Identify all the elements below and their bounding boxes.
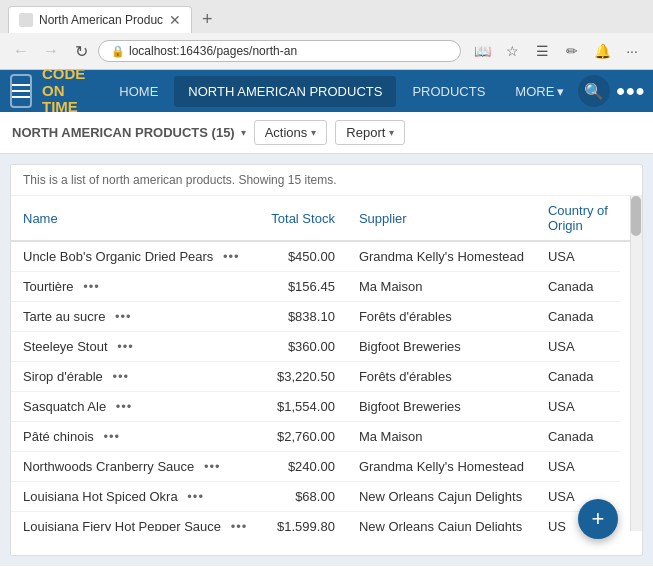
row-name-text: Tourtière: [23, 279, 74, 294]
back-button[interactable]: ←: [8, 38, 34, 64]
page-title-caret-icon: ▾: [241, 127, 246, 138]
row-name-text: Sirop d'érable: [23, 369, 103, 384]
table-header-row: Name Total Stock Supplier Country ofOrig…: [11, 196, 642, 241]
address-text: localhost:16436/pages/north-an: [129, 44, 297, 58]
col-header-country[interactable]: Country ofOrigin: [536, 196, 620, 241]
tab-title: North American Produc: [39, 13, 163, 27]
fab-add-button[interactable]: +: [578, 499, 618, 539]
report-button[interactable]: Report ▾: [335, 120, 405, 145]
summary-text: This is a list of north american product…: [11, 165, 642, 196]
cell-name: Sirop d'érable •••: [11, 362, 259, 392]
cell-name: Uncle Bob's Organic Dried Pears •••: [11, 241, 259, 272]
address-bar[interactable]: 🔒 localhost:16436/pages/north-an: [98, 40, 461, 62]
col-header-supplier[interactable]: Supplier: [347, 196, 536, 241]
row-name-text: Uncle Bob's Organic Dried Pears: [23, 249, 213, 264]
row-actions-button[interactable]: •••: [115, 309, 132, 324]
refresh-button[interactable]: ↻: [68, 38, 94, 64]
nav-item-home[interactable]: HOME: [105, 76, 172, 107]
col-header-total-stock[interactable]: Total Stock: [259, 196, 347, 241]
scrollbar-track[interactable]: [630, 196, 642, 531]
toolbar: NORTH AMERICAN PRODUCTS (15) ▾ Actions ▾…: [0, 112, 653, 154]
app-logo: CODE ON TIME: [42, 66, 85, 116]
bookmark-button[interactable]: ☆: [499, 38, 525, 64]
cell-total-stock: $2,760.00: [259, 422, 347, 452]
cell-supplier: Grandma Kelly's Homestead: [347, 452, 536, 482]
tab-close-button[interactable]: ✕: [169, 12, 181, 28]
cell-supplier: Forêts d'érables: [347, 362, 536, 392]
header-icons: 🔍 ●●●: [578, 75, 646, 107]
cell-total-stock: $1,599.80: [259, 512, 347, 532]
row-actions-button[interactable]: •••: [117, 339, 134, 354]
new-tab-button[interactable]: +: [196, 9, 219, 30]
header-search-button[interactable]: 🔍: [578, 75, 610, 107]
browser-tab[interactable]: North American Produc ✕: [8, 6, 192, 33]
row-name-text: Northwoods Cranberry Sauce: [23, 459, 194, 474]
reader-view-button[interactable]: 📖: [469, 38, 495, 64]
row-actions-button[interactable]: •••: [223, 249, 240, 264]
table-row: Tarte au sucre ••• $838.10 Forêts d'érab…: [11, 302, 642, 332]
cell-supplier: New Orleans Cajun Delights: [347, 482, 536, 512]
menu-button[interactable]: ☰: [529, 38, 555, 64]
tab-favicon: [19, 13, 33, 27]
cell-name: Louisiana Fiery Hot Pepper Sauce •••: [11, 512, 259, 532]
row-name-text: Louisiana Fiery Hot Pepper Sauce: [23, 519, 221, 531]
cell-total-stock: $838.10: [259, 302, 347, 332]
cell-total-stock: $156.45: [259, 272, 347, 302]
content-panel: This is a list of north american product…: [10, 164, 643, 556]
nav-item-products[interactable]: PRODUCTS: [398, 76, 499, 107]
cell-supplier: Ma Maison: [347, 272, 536, 302]
cell-total-stock: $68.00: [259, 482, 347, 512]
nav-item-north-american-products[interactable]: NORTH AMERICAN PRODUCTS: [174, 76, 396, 107]
notifications-button[interactable]: 🔔: [589, 38, 615, 64]
app-header: CODE ON TIME HOME NORTH AMERICAN PRODUCT…: [0, 70, 653, 112]
main-nav: HOME NORTH AMERICAN PRODUCTS PRODUCTS MO…: [105, 76, 578, 107]
forward-button[interactable]: →: [38, 38, 64, 64]
cell-supplier: Bigfoot Breweries: [347, 332, 536, 362]
row-name-text: Louisiana Hot Spiced Okra: [23, 489, 178, 504]
col-header-name[interactable]: Name: [11, 196, 259, 241]
cell-country: USA: [536, 332, 620, 362]
table-row: Louisiana Hot Spiced Okra ••• $68.00 New…: [11, 482, 642, 512]
edit-button[interactable]: ✏: [559, 38, 585, 64]
cell-supplier: New Orleans Cajun Delights: [347, 512, 536, 532]
nav-item-more[interactable]: MORE ▾: [501, 76, 578, 107]
cell-supplier: Grandma Kelly's Homestead: [347, 241, 536, 272]
browser-nav-icons: 📖 ☆ ☰ ✏ 🔔 ···: [469, 38, 645, 64]
cell-name: Tarte au sucre •••: [11, 302, 259, 332]
row-actions-button[interactable]: •••: [112, 369, 129, 384]
cell-country: Canada: [536, 272, 620, 302]
table-row: Uncle Bob's Organic Dried Pears ••• $450…: [11, 241, 642, 272]
row-name-text: Tarte au sucre: [23, 309, 105, 324]
logo-code: CODE: [42, 65, 85, 82]
row-actions-button[interactable]: •••: [204, 459, 221, 474]
cell-name: Tourtière •••: [11, 272, 259, 302]
report-caret-icon: ▾: [389, 127, 394, 138]
more-caret-icon: ▾: [557, 84, 564, 99]
table-row: Pâté chinois ••• $2,760.00 Ma Maison Can…: [11, 422, 642, 452]
actions-button[interactable]: Actions ▾: [254, 120, 328, 145]
row-actions-button[interactable]: •••: [187, 489, 204, 504]
nav-bar: ← → ↻ 🔒 localhost:16436/pages/north-an 📖…: [0, 33, 653, 69]
logo-ontime: ON TIME: [42, 82, 78, 116]
hamburger-menu-button[interactable]: [10, 74, 32, 108]
cell-country: USA: [536, 241, 620, 272]
more-options-button[interactable]: ···: [619, 38, 645, 64]
table-row: Sasquatch Ale ••• $1,554.00 Bigfoot Brew…: [11, 392, 642, 422]
table-row: Louisiana Fiery Hot Pepper Sauce ••• $1,…: [11, 512, 642, 532]
row-actions-button[interactable]: •••: [231, 519, 248, 531]
actions-caret-icon: ▾: [311, 127, 316, 138]
cell-supplier: Bigfoot Breweries: [347, 392, 536, 422]
cell-name: Steeleye Stout •••: [11, 332, 259, 362]
page-title: NORTH AMERICAN PRODUCTS (15): [12, 125, 235, 140]
cell-total-stock: $240.00: [259, 452, 347, 482]
row-actions-button[interactable]: •••: [83, 279, 100, 294]
cell-name: Pâté chinois •••: [11, 422, 259, 452]
header-user-button[interactable]: ●●●: [614, 75, 646, 107]
row-actions-button[interactable]: •••: [103, 429, 120, 444]
table-row: Steeleye Stout ••• $360.00 Bigfoot Brewe…: [11, 332, 642, 362]
row-actions-button[interactable]: •••: [116, 399, 133, 414]
row-name-text: Pâté chinois: [23, 429, 94, 444]
cell-country: Canada: [536, 302, 620, 332]
cell-total-stock: $360.00: [259, 332, 347, 362]
scrollbar-thumb[interactable]: [631, 196, 641, 236]
